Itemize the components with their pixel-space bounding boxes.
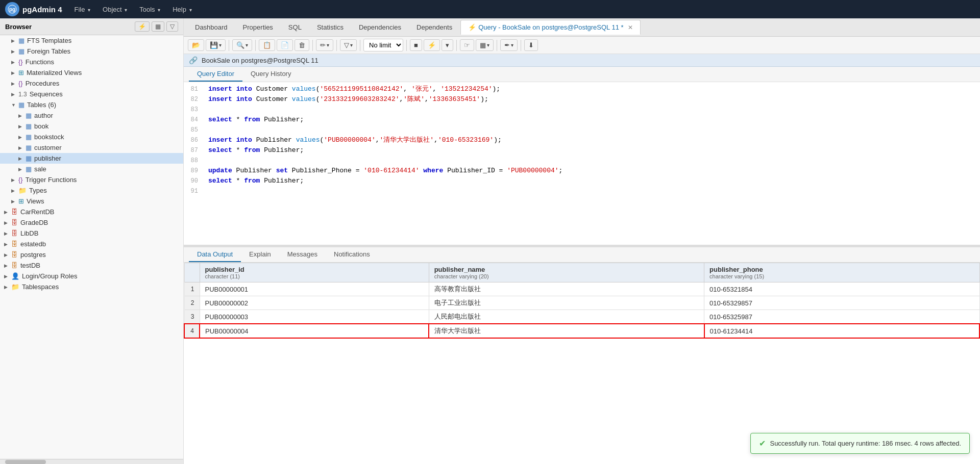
toolbar-cursor-btn[interactable]: ☞	[460, 39, 474, 51]
sidebar-hscrollbar-thumb	[5, 460, 46, 464]
tree-item-tables-(6)[interactable]: ▼ ▦ Tables (6)	[0, 99, 183, 110]
tree-item-foreign-tables[interactable]: ▶ ▦ Foreign Tables	[0, 46, 183, 57]
tree-item-customer[interactable]: ▶ ▦ customer	[0, 142, 183, 153]
nav-object[interactable]: Object ▾	[97, 4, 132, 15]
sidebar-hscrollbar[interactable]	[0, 459, 183, 464]
tree-label: Procedures	[26, 80, 59, 87]
cell-publisher-phone: 010-61234414	[704, 324, 979, 338]
tab-sql[interactable]: SQL	[281, 20, 309, 34]
cell-publisher-id: PUB00000001	[200, 282, 429, 296]
tree-item-fts-templates[interactable]: ▶ ▦ FTS Templates	[0, 35, 183, 46]
tree-item-procedures[interactable]: ▶ {} Procedures	[0, 78, 183, 89]
tab-notifications[interactable]: Notifications	[326, 247, 378, 262]
nav-file[interactable]: File ▾	[69, 4, 96, 15]
connection-bar: 🔗 BookSale on postgres@PostgreSQL 11	[184, 54, 980, 67]
tree-item-views[interactable]: ▶ ⊞ Views	[0, 196, 183, 207]
tree-item-types[interactable]: ▶ 📁 Types	[0, 185, 183, 196]
tab-data-output[interactable]: Data Output	[189, 247, 241, 262]
connection-icon: 🔗	[189, 56, 198, 64]
toolbar-run-dropdown-btn[interactable]: ▾	[442, 39, 453, 51]
tab-dependencies[interactable]: Dependencies	[352, 20, 408, 34]
toolbar-save-btn[interactable]: 💾 ▾	[206, 39, 226, 51]
sql-editor[interactable]: 81insert into Customer values('565211199…	[184, 82, 980, 245]
data-output-area: publisher_id character (11) publisher_na…	[184, 263, 980, 464]
connection-text: BookSale on postgres@PostgreSQL 11	[202, 57, 318, 64]
toolbar-stop-btn[interactable]: ■	[410, 39, 422, 51]
sidebar-header: Browser ⚡ ▦ ▽	[0, 18, 183, 35]
toolbar-filter-btn[interactable]: ▽ ▾	[340, 39, 357, 51]
tree-item-sale[interactable]: ▶ ▦ sale	[0, 164, 183, 174]
tree-item-libdb[interactable]: ▶ 🗄 LibDB	[0, 228, 183, 239]
query-editor-tabs: Query Editor Query History	[184, 67, 980, 82]
toolbar-open-btn[interactable]: 📂	[188, 39, 204, 51]
tab-dependents[interactable]: Dependents	[409, 20, 459, 34]
cell-publisher-name: 人民邮电出版社	[429, 310, 704, 324]
tree-label: Views	[27, 197, 44, 205]
toolbar-download-btn[interactable]: ⬇	[524, 39, 538, 51]
sql-line-89[interactable]: 89update Publisher set Publisher_Phone =…	[184, 166, 980, 176]
toolbar-view-btn[interactable]: ▦ ▾	[476, 39, 494, 51]
tree-item-login/group-roles[interactable]: ▶ 👤 Login/Group Roles	[0, 271, 183, 281]
nav-tools[interactable]: Tools ▾	[134, 4, 165, 15]
toolbar-copy-btn[interactable]: 📋	[259, 39, 275, 51]
tree-item-functions[interactable]: ▶ {} Functions	[0, 57, 183, 67]
tree-item-postgres[interactable]: ▶ 🗄 postgres	[0, 249, 183, 260]
tree-item-book[interactable]: ▶ ▦ book	[0, 121, 183, 132]
tree-item-materialized-views[interactable]: ▶ ⊞ Materialized Views	[0, 67, 183, 78]
table-row-2[interactable]: 2 PUB00000002 电子工业出版社 010-65329857	[184, 296, 979, 310]
sql-line-91[interactable]: 91	[184, 186, 980, 196]
cell-publisher-name: 电子工业出版社	[429, 296, 704, 310]
row-num: 2	[184, 296, 200, 310]
tab-explain[interactable]: Explain	[241, 247, 279, 262]
cell-publisher-name: 高等教育出版社	[429, 282, 704, 296]
tree-item-gradedb[interactable]: ▶ 🗄 GradeDB	[0, 217, 183, 228]
toolbar-sep2	[255, 40, 256, 51]
col-header-publisher-phone: publisher_phone character varying (15)	[704, 263, 979, 282]
tab-query[interactable]: ⚡ Query - BookSale on postgres@PostgreSQ…	[460, 20, 640, 35]
toolbar-edit-btn[interactable]: ✏ ▾	[316, 39, 333, 51]
tree-item-tablespaces[interactable]: ▶ 📁 Tablespaces	[0, 281, 183, 292]
toolbar-find-btn[interactable]: 🔍 ▾	[232, 39, 252, 51]
sql-line-86[interactable]: 86insert into Publisher values('PUB00000…	[184, 135, 980, 145]
tree-label: Materialized Views	[27, 69, 82, 76]
sidebar-tree: ▶ ▦ FTS Templates ▶ ▦ Foreign Tables ▶ {…	[0, 35, 183, 459]
tree-item-bookstock[interactable]: ▶ ▦ bookstock	[0, 132, 183, 142]
sidebar-refresh-btn[interactable]: ⚡	[135, 21, 150, 32]
sql-line-88[interactable]: 88	[184, 156, 980, 166]
tree-item-sequences[interactable]: ▶ 1.3 Sequences	[0, 89, 183, 99]
tab-query-history[interactable]: Query History	[242, 67, 299, 82]
sql-line-87[interactable]: 87select * from Publisher;	[184, 145, 980, 156]
sql-line-84[interactable]: 84select * from Publisher;	[184, 115, 980, 125]
table-row-1[interactable]: 1 PUB00000001 高等教育出版社 010-65321854	[184, 282, 979, 296]
tab-messages[interactable]: Messages	[279, 247, 326, 262]
tree-item-author[interactable]: ▶ ▦ author	[0, 110, 183, 121]
table-row-3[interactable]: 3 PUB00000003 人民邮电出版社 010-65325987	[184, 310, 979, 324]
tree-item-trigger-functions[interactable]: ▶ {} Trigger Functions	[0, 174, 183, 185]
sidebar-toolbar: ⚡ ▦ ▽	[135, 21, 178, 32]
tab-statistics[interactable]: Statistics	[310, 20, 351, 34]
toolbar-pen-btn[interactable]: ✒ ▾	[500, 39, 518, 51]
toolbar-paste-btn[interactable]: 📄	[277, 39, 293, 51]
tab-close-btn[interactable]: ✕	[628, 24, 633, 31]
col-header-publisher-id: publisher_id character (11)	[200, 263, 429, 282]
sql-line-83[interactable]: 83	[184, 105, 980, 115]
tree-item-publisher[interactable]: ▶ ▦ publisher	[0, 153, 183, 164]
sql-line-81[interactable]: 81insert into Customer values('565211199…	[184, 84, 980, 94]
tab-query-editor[interactable]: Query Editor	[189, 67, 242, 82]
tab-properties[interactable]: Properties	[236, 20, 280, 34]
nav-help[interactable]: Help ▾	[167, 4, 197, 15]
toolbar-delete-btn[interactable]: 🗑	[295, 39, 309, 51]
sql-line-85[interactable]: 85	[184, 125, 980, 135]
toolbar-run-btn[interactable]: ⚡	[424, 39, 440, 51]
sql-line-82[interactable]: 82insert into Customer values('231332199…	[184, 94, 980, 105]
tree-item-estatedb[interactable]: ▶ 🗄 estatedb	[0, 239, 183, 249]
table-row-4[interactable]: 4 PUB00000004 清华大学出版社 010-61234414	[184, 324, 979, 338]
sidebar-filter-btn[interactable]: ▽	[166, 21, 178, 32]
top-nav: pg pgAdmin 4 File ▾ Object ▾ Tools ▾ Hel…	[0, 0, 980, 18]
sql-line-90[interactable]: 90select * from Publisher;	[184, 176, 980, 186]
tab-dashboard[interactable]: Dashboard	[188, 20, 235, 34]
tree-item-carrentdb[interactable]: ▶ 🗄 CarRentDB	[0, 207, 183, 217]
sidebar-grid-btn[interactable]: ▦	[152, 21, 164, 32]
toolbar-limit-select[interactable]: No limit 100 500 1000	[363, 39, 403, 51]
tree-item-testdb[interactable]: ▶ 🗄 testDB	[0, 260, 183, 271]
